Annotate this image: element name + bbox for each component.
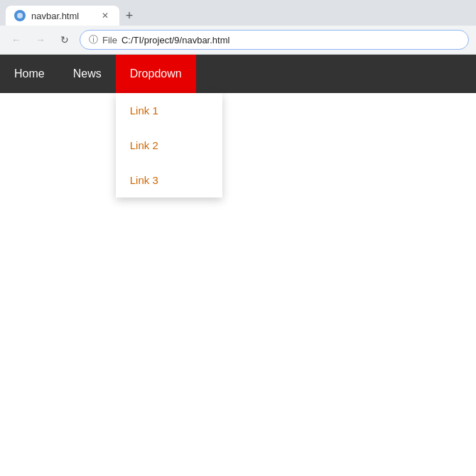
page-content: Home News Dropdown Link 1 Link 2 Link 3 bbox=[0, 55, 476, 476]
dropdown-link-1[interactable]: Link 1 bbox=[116, 93, 222, 128]
info-icon: ⓘ bbox=[89, 33, 98, 46]
dropdown-link-2[interactable]: Link 2 bbox=[116, 128, 222, 163]
back-button[interactable]: ← bbox=[7, 31, 26, 49]
svg-point-0 bbox=[17, 13, 23, 18]
dropdown-container: Dropdown Link 1 Link 2 Link 3 bbox=[116, 55, 196, 93]
page-body bbox=[0, 93, 476, 476]
navbar: Home News Dropdown Link 1 Link 2 Link 3 bbox=[0, 55, 476, 93]
nav-home[interactable]: Home bbox=[0, 55, 59, 93]
address-url: C:/TI/project/9/navbar.html bbox=[121, 35, 229, 45]
address-bar-row: ← → ↻ ⓘ File C:/TI/project/9/navbar.html bbox=[0, 26, 476, 55]
dropdown-link-3[interactable]: Link 3 bbox=[116, 163, 222, 198]
address-prefix: File bbox=[102, 35, 117, 45]
refresh-button[interactable]: ↻ bbox=[55, 31, 74, 49]
address-field[interactable]: ⓘ File C:/TI/project/9/navbar.html bbox=[80, 30, 469, 50]
browser-window: navbar.html ✕ + ← → ↻ ⓘ File C:/TI/proje… bbox=[0, 0, 476, 476]
tab-bar: navbar.html ✕ + bbox=[0, 0, 476, 26]
forward-button[interactable]: → bbox=[31, 31, 50, 49]
tab-title: navbar.html bbox=[31, 11, 94, 21]
tab-favicon-icon bbox=[14, 10, 26, 21]
nav-news[interactable]: News bbox=[59, 55, 116, 93]
active-tab[interactable]: navbar.html ✕ bbox=[6, 6, 119, 26]
new-tab-button[interactable]: + bbox=[119, 6, 139, 26]
dropdown-menu: Link 1 Link 2 Link 3 bbox=[116, 93, 222, 198]
nav-dropdown[interactable]: Dropdown bbox=[116, 55, 196, 93]
tab-close-button[interactable]: ✕ bbox=[99, 10, 111, 21]
